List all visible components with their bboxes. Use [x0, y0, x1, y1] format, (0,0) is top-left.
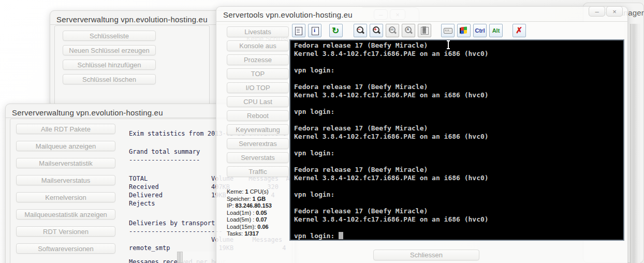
toolbar-fit-window-button: [418, 24, 431, 37]
stat-load-15m: Load(15m): 0.06: [227, 224, 288, 231]
servertools-window: Servertools vpn.evolution-hosting.eu – ×…: [216, 6, 628, 263]
button-neuen-schl-ssel-erzeugen[interactable]: Neuen Schlüssel erzeugen: [63, 45, 156, 55]
zoom-reset-icon: A: [404, 26, 413, 35]
stat-label: Speicher:: [227, 196, 253, 202]
console-toolbar: −+100ACtrlAlt✗: [292, 24, 526, 37]
stat-suffix: CPU(s): [248, 188, 269, 195]
button-traffic[interactable]: Traffic: [227, 166, 289, 177]
zoom-100-icon: 100: [388, 26, 397, 35]
stat-speicher: Speicher: 1 GB: [227, 196, 288, 203]
toolbar-zoom-100-button: 100: [386, 24, 399, 37]
ibeam-mouse-cursor: [448, 41, 449, 48]
stat-label: Kerne:: [227, 188, 245, 195]
button-schl-sseliste[interactable]: Schlüsseliste: [63, 31, 156, 41]
toolbar-zoom-reset-button: A: [402, 24, 415, 37]
stat-tasks: Tasks: 1/317: [227, 230, 288, 238]
stat-label: Load(1m) :: [227, 210, 256, 216]
button-prozesse[interactable]: Prozesse: [227, 54, 289, 65]
stat-ip: IP: 83.246.80.153: [227, 202, 288, 210]
serververwaltung-keys-window-title: Serververwaltung vpn.evolution-hosting.e…: [56, 15, 208, 24]
button-serverstats[interactable]: Serverstats: [227, 152, 289, 163]
toolbar-zoom-out-button[interactable]: −: [354, 24, 367, 37]
kill-icon: ✗: [515, 26, 524, 35]
fit-window-icon: [420, 26, 429, 35]
toolbar-refresh-button[interactable]: [329, 24, 343, 37]
keyboard-icon: [443, 26, 452, 35]
stat-value: 83.246.80.153: [236, 202, 272, 209]
alt-key-label: Alt: [492, 27, 500, 34]
refresh-icon: [331, 26, 341, 35]
eventmanager-scrollbar[interactable]: [630, 24, 640, 263]
stat-label: Load(15m):: [227, 224, 257, 230]
toolbar-windows-key-button[interactable]: [457, 24, 471, 37]
zoom-reset-glyph: A: [406, 27, 409, 32]
windows-key-icon: [459, 26, 469, 35]
servertools-window-title: Servertools vpn.evolution-hosting.eu: [223, 10, 353, 19]
desktop: { "keys_window": { "title": "Serververwa…: [0, 0, 644, 263]
vnc-console[interactable]: Fedora release 17 (Beefy Miracle) Kernel…: [289, 39, 624, 241]
stat-label: Load(5m) :: [227, 216, 256, 223]
stat-value: 1/317: [244, 230, 259, 237]
toolbar-zoom-in-button[interactable]: +: [370, 24, 383, 37]
scrollbar-fragment[interactable]: [177, 252, 183, 263]
button-keyverwaltung[interactable]: Keyverwaltung: [227, 124, 289, 135]
close-button[interactable]: ×: [606, 6, 623, 17]
stat-value: 1 GB: [253, 196, 266, 202]
exim-report-line: Deliveries by transport: [129, 220, 215, 227]
properties-icon: [294, 26, 303, 35]
console-block-cursor: [339, 232, 343, 239]
button-konsole-aus[interactable]: Konsole aus: [227, 40, 289, 51]
keys-button-column: SchlüsselisteNeuen Schlüssel erzeugenSch…: [63, 31, 156, 84]
titlebar-separator: [216, 21, 627, 22]
stat-kerne: Kerne: 1 CPU(s): [227, 188, 288, 196]
info-icon: [310, 26, 319, 35]
toolbar-kill-button[interactable]: ✗: [513, 24, 526, 37]
toolbar-properties-button[interactable]: [292, 24, 305, 37]
console-text: Fedora release 17 (Beefy Miracle) Kernel…: [290, 40, 623, 240]
button-cpu-last[interactable]: CPU Last: [227, 96, 289, 107]
zoom-out-icon: −: [356, 26, 365, 35]
schliessen-button[interactable]: Schliessen: [373, 250, 479, 260]
toolbar-info-button[interactable]: [308, 24, 321, 37]
zoom-in-glyph: +: [374, 26, 377, 32]
exim-report-line: Grand total summary: [129, 148, 200, 155]
stat-value: 0.05: [256, 210, 267, 216]
button-livestats[interactable]: Livestats: [227, 26, 289, 37]
server-stats: Kerne: 1 CPU(s)Speicher: 1 GBIP: 83.246.…: [227, 188, 288, 238]
stat-load-5m: Load(5m) : 0.07: [227, 216, 288, 224]
stat-label: Tasks:: [227, 230, 244, 237]
stat-value: 0.07: [256, 216, 267, 223]
button-top[interactable]: TOP: [227, 68, 289, 79]
exim-report-line: -------------------: [129, 156, 200, 164]
stat-value: 0.06: [257, 224, 268, 230]
toolbar-ctrl-key-button[interactable]: Ctrl: [473, 24, 487, 37]
toolbar-keyboard-button[interactable]: [441, 24, 455, 37]
sidebar-button-column: LivestatsKonsole ausProzesseTOPI/O TOPCP…: [227, 26, 289, 177]
stat-label: IP:: [227, 202, 236, 209]
button-serverextras[interactable]: Serverextras: [227, 138, 289, 149]
ctrl-key-label: Ctrl: [475, 27, 485, 34]
button-schl-ssel-l-schen[interactable]: Schlüssel löschen: [63, 74, 156, 84]
toolbar-strip: −+100ACtrlAlt✗: [289, 22, 624, 39]
zoom-in-icon: +: [372, 26, 381, 35]
kill-glyph: ✗: [516, 25, 522, 35]
zoom-out-glyph: −: [358, 26, 361, 32]
minimize-button[interactable]: –: [589, 6, 605, 17]
stat-load-1m: Load(1m) : 0.05: [227, 210, 288, 217]
button-reboot[interactable]: Reboot: [227, 110, 289, 121]
toolbar-alt-key-button[interactable]: Alt: [489, 24, 503, 37]
zoom-100-glyph: 100: [389, 28, 393, 31]
button-schl-ssel-hinzuf-gen[interactable]: Schlüssel hinzufügen: [63, 60, 156, 70]
button-i-o-top[interactable]: I/O TOP: [227, 82, 289, 93]
exim-report-line: -------------------------: [129, 228, 223, 235]
